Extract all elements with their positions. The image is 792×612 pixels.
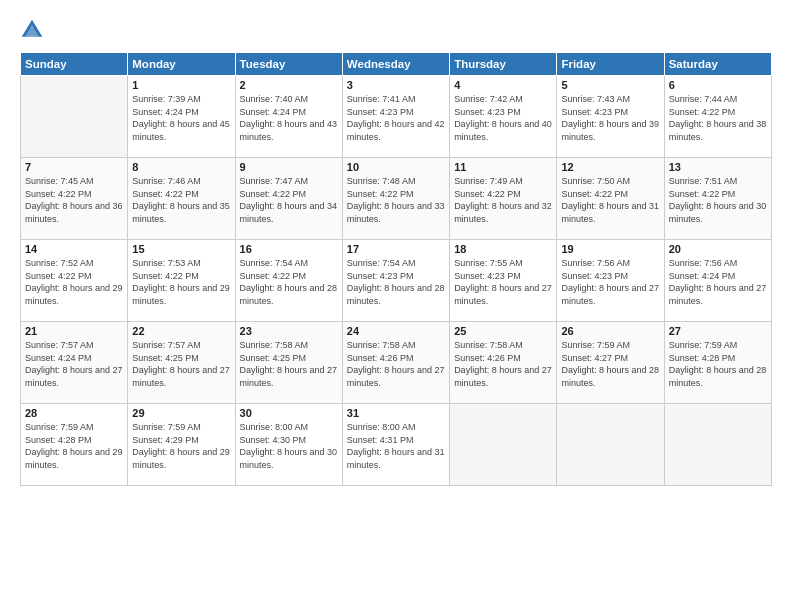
calendar-cell: 23Sunrise: 7:58 AMSunset: 4:25 PMDayligh… [235, 322, 342, 404]
day-info: Sunrise: 7:47 AMSunset: 4:22 PMDaylight:… [240, 175, 338, 225]
day-number: 2 [240, 79, 338, 91]
calendar-cell: 27Sunrise: 7:59 AMSunset: 4:28 PMDayligh… [664, 322, 771, 404]
day-info: Sunrise: 7:59 AMSunset: 4:28 PMDaylight:… [669, 339, 767, 389]
calendar-cell: 17Sunrise: 7:54 AMSunset: 4:23 PMDayligh… [342, 240, 449, 322]
calendar-cell: 31Sunrise: 8:00 AMSunset: 4:31 PMDayligh… [342, 404, 449, 486]
header [20, 18, 772, 42]
calendar-cell: 20Sunrise: 7:56 AMSunset: 4:24 PMDayligh… [664, 240, 771, 322]
day-info: Sunrise: 7:56 AMSunset: 4:23 PMDaylight:… [561, 257, 659, 307]
calendar-cell: 6Sunrise: 7:44 AMSunset: 4:22 PMDaylight… [664, 76, 771, 158]
week-row-5: 28Sunrise: 7:59 AMSunset: 4:28 PMDayligh… [21, 404, 772, 486]
weekday-monday: Monday [128, 53, 235, 76]
day-info: Sunrise: 7:44 AMSunset: 4:22 PMDaylight:… [669, 93, 767, 143]
calendar-cell: 8Sunrise: 7:46 AMSunset: 4:22 PMDaylight… [128, 158, 235, 240]
day-number: 15 [132, 243, 230, 255]
day-number: 24 [347, 325, 445, 337]
day-info: Sunrise: 8:00 AMSunset: 4:31 PMDaylight:… [347, 421, 445, 471]
calendar-cell: 25Sunrise: 7:58 AMSunset: 4:26 PMDayligh… [450, 322, 557, 404]
page: SundayMondayTuesdayWednesdayThursdayFrid… [0, 0, 792, 612]
calendar-cell: 21Sunrise: 7:57 AMSunset: 4:24 PMDayligh… [21, 322, 128, 404]
day-number: 18 [454, 243, 552, 255]
calendar-cell: 4Sunrise: 7:42 AMSunset: 4:23 PMDaylight… [450, 76, 557, 158]
day-info: Sunrise: 7:58 AMSunset: 4:25 PMDaylight:… [240, 339, 338, 389]
calendar-cell: 14Sunrise: 7:52 AMSunset: 4:22 PMDayligh… [21, 240, 128, 322]
calendar-cell: 12Sunrise: 7:50 AMSunset: 4:22 PMDayligh… [557, 158, 664, 240]
day-info: Sunrise: 7:50 AMSunset: 4:22 PMDaylight:… [561, 175, 659, 225]
day-info: Sunrise: 7:42 AMSunset: 4:23 PMDaylight:… [454, 93, 552, 143]
day-number: 23 [240, 325, 338, 337]
day-number: 20 [669, 243, 767, 255]
day-number: 8 [132, 161, 230, 173]
week-row-1: 1Sunrise: 7:39 AMSunset: 4:24 PMDaylight… [21, 76, 772, 158]
day-number: 12 [561, 161, 659, 173]
calendar-cell: 13Sunrise: 7:51 AMSunset: 4:22 PMDayligh… [664, 158, 771, 240]
week-row-3: 14Sunrise: 7:52 AMSunset: 4:22 PMDayligh… [21, 240, 772, 322]
day-number: 22 [132, 325, 230, 337]
calendar-cell: 29Sunrise: 7:59 AMSunset: 4:29 PMDayligh… [128, 404, 235, 486]
day-info: Sunrise: 7:54 AMSunset: 4:23 PMDaylight:… [347, 257, 445, 307]
calendar-cell: 7Sunrise: 7:45 AMSunset: 4:22 PMDaylight… [21, 158, 128, 240]
day-number: 10 [347, 161, 445, 173]
day-number: 17 [347, 243, 445, 255]
day-info: Sunrise: 7:45 AMSunset: 4:22 PMDaylight:… [25, 175, 123, 225]
calendar-cell: 26Sunrise: 7:59 AMSunset: 4:27 PMDayligh… [557, 322, 664, 404]
day-info: Sunrise: 7:58 AMSunset: 4:26 PMDaylight:… [347, 339, 445, 389]
day-number: 5 [561, 79, 659, 91]
day-number: 13 [669, 161, 767, 173]
day-number: 28 [25, 407, 123, 419]
day-number: 29 [132, 407, 230, 419]
calendar-cell: 2Sunrise: 7:40 AMSunset: 4:24 PMDaylight… [235, 76, 342, 158]
day-info: Sunrise: 7:39 AMSunset: 4:24 PMDaylight:… [132, 93, 230, 143]
logo-icon [20, 18, 44, 42]
calendar-cell: 10Sunrise: 7:48 AMSunset: 4:22 PMDayligh… [342, 158, 449, 240]
weekday-sunday: Sunday [21, 53, 128, 76]
day-info: Sunrise: 7:40 AMSunset: 4:24 PMDaylight:… [240, 93, 338, 143]
calendar-cell: 16Sunrise: 7:54 AMSunset: 4:22 PMDayligh… [235, 240, 342, 322]
day-info: Sunrise: 7:59 AMSunset: 4:28 PMDaylight:… [25, 421, 123, 471]
weekday-friday: Friday [557, 53, 664, 76]
calendar-cell: 9Sunrise: 7:47 AMSunset: 4:22 PMDaylight… [235, 158, 342, 240]
week-row-2: 7Sunrise: 7:45 AMSunset: 4:22 PMDaylight… [21, 158, 772, 240]
weekday-wednesday: Wednesday [342, 53, 449, 76]
day-info: Sunrise: 7:59 AMSunset: 4:29 PMDaylight:… [132, 421, 230, 471]
day-info: Sunrise: 7:43 AMSunset: 4:23 PMDaylight:… [561, 93, 659, 143]
day-info: Sunrise: 7:58 AMSunset: 4:26 PMDaylight:… [454, 339, 552, 389]
day-number: 3 [347, 79, 445, 91]
day-number: 31 [347, 407, 445, 419]
calendar-cell: 15Sunrise: 7:53 AMSunset: 4:22 PMDayligh… [128, 240, 235, 322]
day-number: 7 [25, 161, 123, 173]
day-info: Sunrise: 7:46 AMSunset: 4:22 PMDaylight:… [132, 175, 230, 225]
day-number: 19 [561, 243, 659, 255]
day-info: Sunrise: 8:00 AMSunset: 4:30 PMDaylight:… [240, 421, 338, 471]
calendar-cell: 30Sunrise: 8:00 AMSunset: 4:30 PMDayligh… [235, 404, 342, 486]
calendar-body: 1Sunrise: 7:39 AMSunset: 4:24 PMDaylight… [21, 76, 772, 486]
day-info: Sunrise: 7:57 AMSunset: 4:25 PMDaylight:… [132, 339, 230, 389]
calendar-cell: 24Sunrise: 7:58 AMSunset: 4:26 PMDayligh… [342, 322, 449, 404]
day-info: Sunrise: 7:59 AMSunset: 4:27 PMDaylight:… [561, 339, 659, 389]
logo [20, 18, 48, 42]
day-number: 30 [240, 407, 338, 419]
day-info: Sunrise: 7:55 AMSunset: 4:23 PMDaylight:… [454, 257, 552, 307]
calendar-cell [450, 404, 557, 486]
day-number: 26 [561, 325, 659, 337]
day-number: 14 [25, 243, 123, 255]
calendar-header: SundayMondayTuesdayWednesdayThursdayFrid… [21, 53, 772, 76]
weekday-saturday: Saturday [664, 53, 771, 76]
day-info: Sunrise: 7:49 AMSunset: 4:22 PMDaylight:… [454, 175, 552, 225]
day-number: 21 [25, 325, 123, 337]
calendar-cell: 11Sunrise: 7:49 AMSunset: 4:22 PMDayligh… [450, 158, 557, 240]
calendar-table: SundayMondayTuesdayWednesdayThursdayFrid… [20, 52, 772, 486]
calendar-cell [664, 404, 771, 486]
day-number: 27 [669, 325, 767, 337]
day-info: Sunrise: 7:51 AMSunset: 4:22 PMDaylight:… [669, 175, 767, 225]
day-info: Sunrise: 7:48 AMSunset: 4:22 PMDaylight:… [347, 175, 445, 225]
calendar-cell: 1Sunrise: 7:39 AMSunset: 4:24 PMDaylight… [128, 76, 235, 158]
day-number: 25 [454, 325, 552, 337]
calendar-cell [21, 76, 128, 158]
day-number: 1 [132, 79, 230, 91]
weekday-tuesday: Tuesday [235, 53, 342, 76]
day-number: 11 [454, 161, 552, 173]
day-number: 9 [240, 161, 338, 173]
day-number: 6 [669, 79, 767, 91]
calendar-cell: 19Sunrise: 7:56 AMSunset: 4:23 PMDayligh… [557, 240, 664, 322]
